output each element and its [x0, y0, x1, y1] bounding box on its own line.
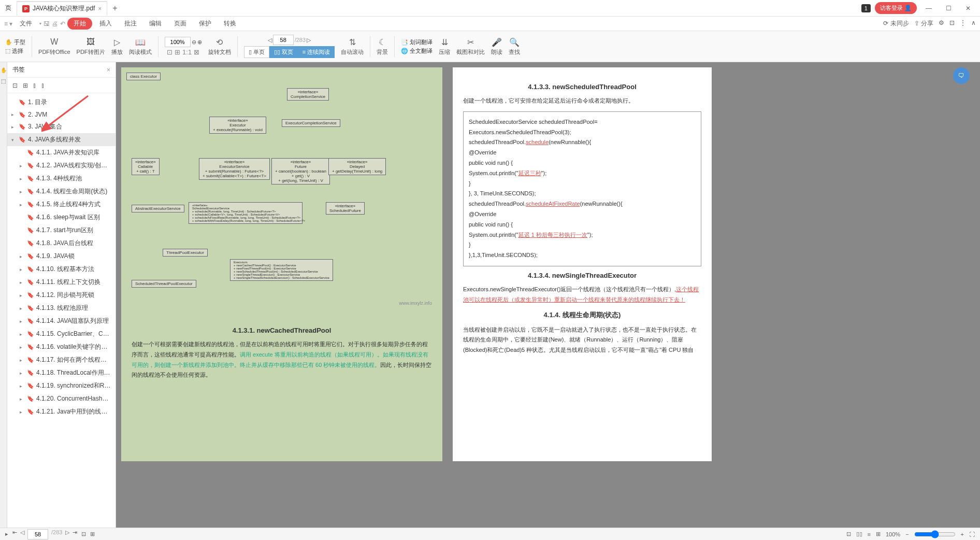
- collapse-icon[interactable]: ∧: [971, 19, 976, 28]
- fit-visible-icon[interactable]: ⊠: [194, 48, 199, 56]
- next-page-icon[interactable]: ▷: [307, 37, 311, 44]
- add-tab-button[interactable]: +: [107, 4, 122, 13]
- pdf-icon: P: [22, 5, 30, 12]
- zoom-in-icon[interactable]: ⊕: [197, 39, 202, 46]
- full-translate[interactable]: 🌐 全文翻译: [401, 47, 433, 55]
- menu-protect[interactable]: 保护: [194, 17, 217, 30]
- menu-start[interactable]: 开始: [67, 18, 92, 30]
- scroll-icon: ⇅: [347, 37, 357, 47]
- toolbar-save-icon[interactable]: 🖫: [44, 20, 50, 27]
- menu-page[interactable]: 页面: [169, 17, 192, 30]
- hand-tool[interactable]: ✋ 手型: [5, 38, 25, 46]
- tab-title: JAVA核心知识整理.pdf: [33, 4, 95, 13]
- search-icon: 🔍: [509, 37, 520, 47]
- fit-page-icon[interactable]: ⊞: [175, 48, 180, 56]
- menu-edit[interactable]: 编辑: [144, 17, 167, 30]
- menu-insert[interactable]: 插入: [94, 17, 117, 30]
- play-button[interactable]: ▷播放: [111, 37, 123, 56]
- compress-icon: ⇊: [439, 37, 450, 47]
- pdf-to-image[interactable]: 🖼PDF转图片: [77, 37, 105, 56]
- settings-icon[interactable]: ⚙: [939, 19, 944, 28]
- page-nav: ◁ /283 ▷ ▯ 单页 ▯▯ 双页 ≡ 连续阅读: [244, 35, 335, 58]
- sync-status[interactable]: ⟳ 未同步: [883, 19, 909, 28]
- minimize-icon[interactable]: —: [921, 5, 936, 12]
- toolbar: ✋ 手型 ⬚ 选择 WPDF转Office 🖼PDF转图片 ▷播放 📖阅读模式 …: [0, 31, 980, 62]
- maximize-icon[interactable]: ☐: [941, 5, 956, 12]
- find-button[interactable]: 🔍查找: [509, 37, 520, 56]
- menu-file-dropdown-icon[interactable]: ▾: [39, 21, 41, 26]
- crop-compare[interactable]: ✂截图和对比: [456, 37, 485, 56]
- double-page-button[interactable]: ▯▯ 双页: [269, 46, 298, 58]
- auto-scroll[interactable]: ⇅自动滚动: [341, 37, 364, 56]
- rotate-button[interactable]: ⟲旋转文档: [208, 37, 231, 56]
- toolbar-undo-icon[interactable]: ↶: [60, 20, 65, 27]
- menubar: ≡ ▾ 文件 ▾ 🖫 🖨 ↶ 开始 插入 批注 编辑 页面 保护 转换 ⟳ 未同…: [0, 17, 980, 31]
- book-icon: 📖: [135, 37, 146, 47]
- close-window-icon[interactable]: ✕: [960, 5, 976, 12]
- document-tab[interactable]: P JAVA核心知识整理.pdf ×: [17, 1, 107, 16]
- menu-file[interactable]: 文件: [15, 17, 37, 30]
- single-page-button[interactable]: ▯ 单页: [244, 46, 269, 58]
- page-input[interactable]: [273, 35, 294, 45]
- window-icon[interactable]: ⊡: [949, 19, 955, 28]
- prev-tab[interactable]: 页: [0, 1, 17, 16]
- notification-badge[interactable]: 1: [861, 4, 871, 12]
- close-icon[interactable]: ×: [98, 5, 102, 12]
- moon-icon: ☾: [377, 37, 387, 47]
- mic-icon: 🎤: [492, 37, 502, 47]
- actual-size-icon[interactable]: 1:1: [182, 48, 192, 56]
- highlight-translate[interactable]: 📑 划词翻译: [401, 38, 433, 46]
- zoom-input[interactable]: [165, 37, 191, 47]
- prev-page-icon[interactable]: ◁: [268, 37, 272, 44]
- fit-width-icon[interactable]: ⊡: [167, 48, 172, 56]
- share-button[interactable]: ⇪ 分享: [914, 19, 933, 28]
- zoom-out-icon[interactable]: ⊖: [192, 39, 196, 46]
- read-aloud[interactable]: 🎤朗读: [491, 37, 502, 56]
- background-button[interactable]: ☾背景: [377, 37, 388, 56]
- page-total: /283: [295, 37, 306, 43]
- crop-icon: ✂: [466, 37, 476, 47]
- more-icon[interactable]: ⋮: [960, 19, 966, 28]
- word-icon: W: [49, 37, 60, 47]
- menu-annotate[interactable]: 批注: [119, 17, 142, 30]
- toolbar-print-icon[interactable]: 🖨: [52, 20, 58, 27]
- select-tool[interactable]: ⬚ 选择: [5, 47, 25, 55]
- image-icon: 🖼: [85, 37, 96, 47]
- titlebar: 页 P JAVA核心知识整理.pdf × + 1 访客登录 👤 — ☐ ✕: [0, 0, 980, 17]
- compress-button[interactable]: ⇊压缩: [439, 37, 450, 56]
- rotate-icon: ⟲: [214, 37, 225, 47]
- menu-convert[interactable]: 转换: [219, 17, 241, 30]
- login-button[interactable]: 访客登录 👤: [875, 2, 917, 14]
- zoom-control: ⊖ ⊕ ⊡ ⊞ 1:1 ⊠: [165, 37, 202, 56]
- play-icon: ▷: [112, 37, 122, 47]
- pdf-to-office[interactable]: WPDF转Office: [38, 37, 70, 56]
- menu-dropdown-icon[interactable]: ≡ ▾: [4, 20, 12, 27]
- read-mode[interactable]: 📖阅读模式: [129, 37, 152, 56]
- continuous-button[interactable]: ≡ 连续阅读: [298, 46, 335, 58]
